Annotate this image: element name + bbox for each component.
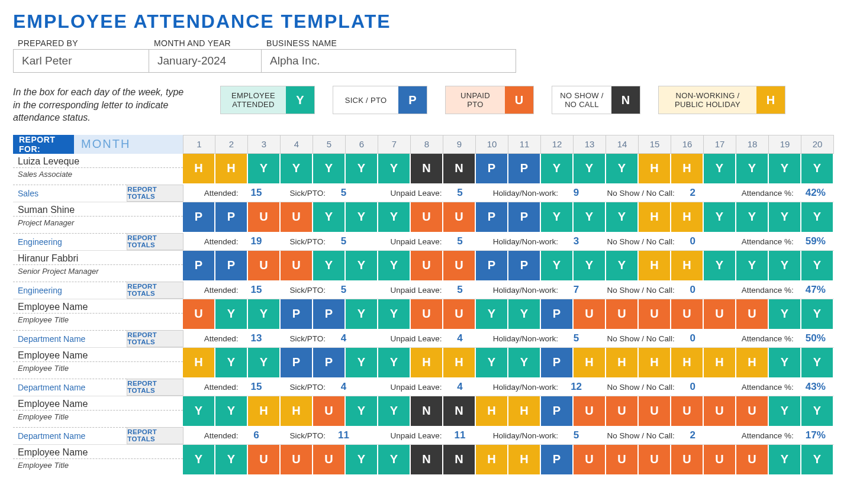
attendance-cell[interactable]: Y <box>215 396 248 427</box>
attendance-cell[interactable]: Y <box>346 202 378 233</box>
attendance-cell[interactable]: Y <box>736 251 769 282</box>
employee-name[interactable]: Employee Name <box>13 348 183 362</box>
attendance-cell[interactable]: P <box>508 154 541 185</box>
attendance-cell[interactable]: N <box>411 445 443 476</box>
attendance-cell[interactable]: Y <box>736 154 769 185</box>
attendance-cell[interactable]: U <box>248 251 281 282</box>
employee-title[interactable]: Project Manager <box>13 217 183 230</box>
attendance-cell[interactable]: Y <box>476 299 508 330</box>
department[interactable]: Department Name <box>13 379 127 396</box>
attendance-cell[interactable]: Y <box>313 154 346 185</box>
attendance-cell[interactable]: U <box>736 445 769 476</box>
employee-name[interactable]: Employee Name <box>13 299 183 314</box>
attendance-cell[interactable]: P <box>541 348 574 379</box>
attendance-cell[interactable]: U <box>606 445 639 476</box>
business-value[interactable]: Alpha Inc. <box>262 49 516 73</box>
attendance-cell[interactable]: Y <box>313 251 346 282</box>
attendance-cell[interactable]: Y <box>606 154 639 185</box>
attendance-cell[interactable]: U <box>411 251 443 282</box>
attendance-cell[interactable]: Y <box>378 396 411 427</box>
attendance-cell[interactable]: Y <box>606 251 639 282</box>
attendance-cell[interactable]: Y <box>704 154 736 185</box>
attendance-cell[interactable]: Y <box>346 396 378 427</box>
attendance-cell[interactable]: U <box>281 445 313 476</box>
attendance-cell[interactable]: H <box>411 348 443 379</box>
attendance-cell[interactable]: Y <box>801 348 834 379</box>
attendance-cell[interactable]: Y <box>378 348 411 379</box>
attendance-cell[interactable]: N <box>411 154 443 185</box>
attendance-cell[interactable]: Y <box>769 154 801 185</box>
month-year-value[interactable]: January-2024 <box>149 49 262 73</box>
attendance-cell[interactable]: Y <box>801 202 834 233</box>
attendance-cell[interactable]: U <box>183 299 215 330</box>
department[interactable]: Department Name <box>13 330 127 347</box>
attendance-cell[interactable]: H <box>671 251 704 282</box>
employee-title[interactable]: Employee Title <box>13 362 183 375</box>
attendance-cell[interactable]: Y <box>801 251 834 282</box>
attendance-cell[interactable]: Y <box>378 251 411 282</box>
attendance-cell[interactable]: H <box>671 154 704 185</box>
attendance-cell[interactable]: Y <box>769 202 801 233</box>
employee-name[interactable]: Employee Name <box>13 396 183 411</box>
attendance-cell[interactable]: Y <box>574 251 606 282</box>
attendance-cell[interactable]: H <box>508 396 541 427</box>
attendance-cell[interactable]: Y <box>313 202 346 233</box>
attendance-cell[interactable]: N <box>411 396 443 427</box>
prepared-by-value[interactable]: Karl Peter <box>13 49 149 73</box>
employee-name[interactable]: Employee Name <box>13 445 183 459</box>
attendance-cell[interactable]: H <box>639 251 671 282</box>
attendance-cell[interactable]: P <box>215 251 248 282</box>
employee-title[interactable]: Employee Title <box>13 411 183 424</box>
attendance-cell[interactable]: P <box>476 154 508 185</box>
attendance-cell[interactable]: Y <box>346 299 378 330</box>
attendance-cell[interactable]: U <box>313 445 346 476</box>
attendance-cell[interactable]: P <box>508 251 541 282</box>
attendance-cell[interactable]: Y <box>541 251 574 282</box>
attendance-cell[interactable]: Y <box>346 348 378 379</box>
attendance-cell[interactable]: N <box>443 445 476 476</box>
employee-name[interactable]: Hiranur Fabbri <box>13 251 183 265</box>
attendance-cell[interactable]: Y <box>704 202 736 233</box>
attendance-cell[interactable]: Y <box>183 445 215 476</box>
employee-name[interactable]: Luiza Leveque <box>13 154 183 168</box>
attendance-cell[interactable]: H <box>443 348 476 379</box>
department[interactable]: Sales <box>13 185 127 202</box>
attendance-cell[interactable]: Y <box>801 299 834 330</box>
attendance-cell[interactable]: U <box>281 251 313 282</box>
attendance-cell[interactable]: U <box>411 299 443 330</box>
attendance-cell[interactable]: H <box>671 348 704 379</box>
attendance-cell[interactable]: Y <box>801 396 834 427</box>
employee-title[interactable]: Employee Title <box>13 314 183 327</box>
attendance-cell[interactable]: H <box>215 154 248 185</box>
attendance-cell[interactable]: Y <box>476 348 508 379</box>
attendance-cell[interactable]: U <box>248 445 281 476</box>
attendance-cell[interactable]: Y <box>215 445 248 476</box>
attendance-cell[interactable]: H <box>639 202 671 233</box>
attendance-cell[interactable]: Y <box>378 154 411 185</box>
attendance-cell[interactable]: U <box>736 299 769 330</box>
attendance-cell[interactable]: Y <box>508 348 541 379</box>
attendance-cell[interactable]: H <box>476 396 508 427</box>
attendance-cell[interactable]: U <box>704 396 736 427</box>
attendance-cell[interactable]: P <box>183 202 215 233</box>
attendance-cell[interactable]: U <box>639 396 671 427</box>
attendance-cell[interactable]: H <box>606 348 639 379</box>
attendance-cell[interactable]: U <box>443 299 476 330</box>
attendance-cell[interactable]: U <box>313 396 346 427</box>
attendance-cell[interactable]: Y <box>248 299 281 330</box>
attendance-cell[interactable]: U <box>606 299 639 330</box>
attendance-cell[interactable]: Y <box>346 154 378 185</box>
attendance-cell[interactable]: H <box>639 154 671 185</box>
attendance-cell[interactable]: U <box>704 299 736 330</box>
report-month[interactable]: MONTH <box>74 135 183 154</box>
attendance-cell[interactable]: U <box>248 202 281 233</box>
employee-title[interactable]: Senior Project Manager <box>13 265 183 278</box>
attendance-cell[interactable]: P <box>313 299 346 330</box>
attendance-cell[interactable]: U <box>443 202 476 233</box>
attendance-cell[interactable]: Y <box>769 299 801 330</box>
attendance-cell[interactable]: Y <box>248 154 281 185</box>
attendance-cell[interactable]: Y <box>606 202 639 233</box>
attendance-cell[interactable]: U <box>574 396 606 427</box>
attendance-cell[interactable]: P <box>508 202 541 233</box>
attendance-cell[interactable]: P <box>541 299 574 330</box>
